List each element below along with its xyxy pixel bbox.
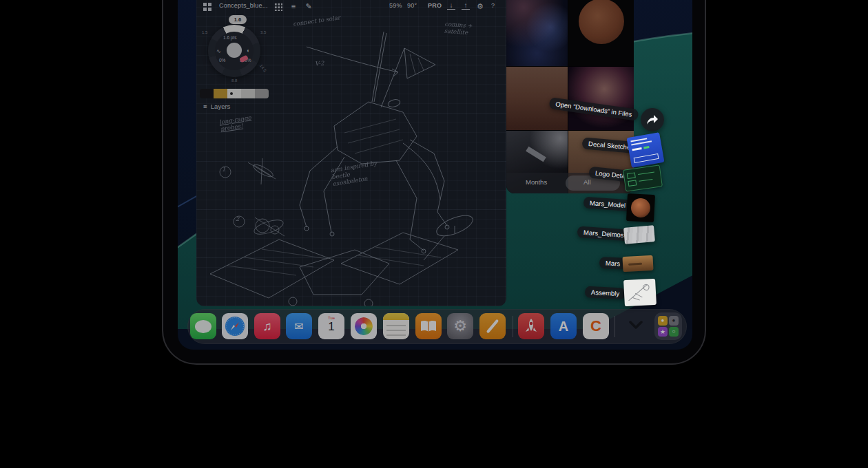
drag-thumb-mars-deimos[interactable]: [623, 225, 655, 244]
drag-label-assembly[interactable]: Assembly: [585, 286, 626, 299]
drag-label-mars-deimos[interactable]: Mars_Deimos: [577, 226, 631, 241]
drag-layer: Open “Downloads” in Files Decal Sketches…: [178, 0, 692, 350]
ipad-screen: Concepts_blue... ≡ ✎ 59% 90° PRO ↓ ↑ ⚙ ?: [178, 0, 692, 350]
share-button[interactable]: [641, 108, 664, 131]
drag-thumb-assembly[interactable]: [623, 279, 657, 306]
drag-label-mars-model[interactable]: Mars_Model: [583, 197, 632, 212]
drag-thumb-logo-detail[interactable]: [623, 164, 663, 191]
drag-thumb-mars-model[interactable]: [626, 193, 655, 222]
drag-thumb-mars[interactable]: [622, 255, 653, 272]
drag-thumb-decal-sketches[interactable]: [627, 132, 665, 168]
drag-label-open-downloads[interactable]: Open “Downloads” in Files: [548, 97, 639, 121]
share-arrow-icon: [645, 114, 659, 126]
